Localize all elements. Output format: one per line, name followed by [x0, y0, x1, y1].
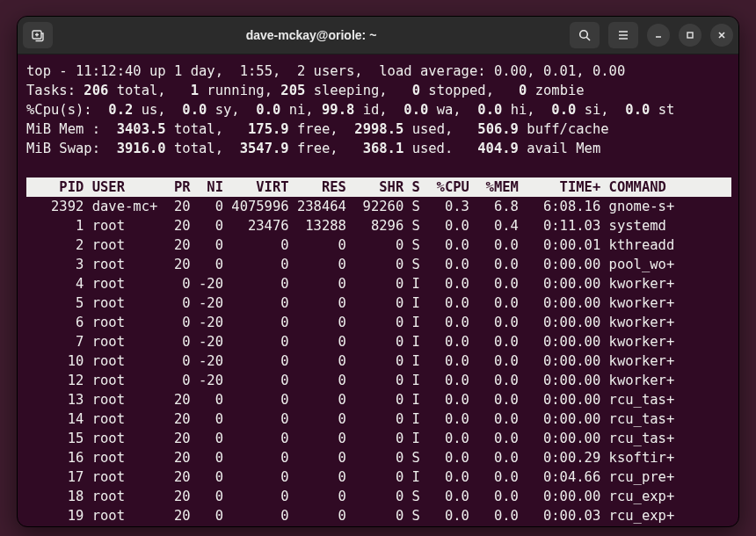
- top-summary-cpu: %Cpu(s): 0.2 us, 0.0 sy, 0.0 ni, 99.8 id…: [26, 100, 731, 120]
- process-row: 13 root 20 0 0 0 0 I 0.0 0.0 0:00.00 rcu…: [26, 390, 731, 409]
- close-button[interactable]: [710, 24, 733, 47]
- process-row: 18 root 20 0 0 0 0 S 0.0 0.0 0:00.00 rcu…: [26, 487, 731, 506]
- svg-rect-7: [687, 33, 693, 38]
- search-button[interactable]: [570, 22, 600, 48]
- maximize-icon: [685, 30, 695, 40]
- new-tab-icon: [31, 28, 45, 42]
- process-row: 1 root 20 0 23476 13288 8296 S 0.0 0.4 0…: [26, 216, 731, 235]
- minimize-icon: [653, 30, 664, 40]
- top-summary-tasks: Tasks: 206 total, 1 running, 205 sleepin…: [26, 81, 731, 100]
- svg-line-2: [586, 37, 590, 40]
- process-row: 19 root 20 0 0 0 0 S 0.0 0.0 0:00.03 rcu…: [26, 506, 731, 525]
- process-row: 7 root 0 -20 0 0 0 I 0.0 0.0 0:00.00 kwo…: [26, 332, 731, 351]
- process-row: 10 root 0 -20 0 0 0 I 0.0 0.0 0:00.00 kw…: [26, 351, 731, 371]
- process-table-body: 2392 dave-mc+ 20 0 4075996 238464 92260 …: [26, 197, 731, 525]
- process-row: 14 root 20 0 0 0 0 I 0.0 0.0 0:00.00 rcu…: [26, 409, 731, 429]
- top-summary-swap: MiB Swap: 3916.0 total, 3547.9 free, 368…: [26, 139, 731, 158]
- blank-line: [26, 158, 731, 177]
- new-tab-button[interactable]: [23, 22, 53, 48]
- close-icon: [716, 30, 727, 40]
- process-row: 15 root 20 0 0 0 0 I 0.0 0.0 0:00.00 rcu…: [26, 429, 731, 448]
- maximize-button[interactable]: [679, 24, 701, 47]
- hamburger-menu-button[interactable]: [608, 22, 638, 48]
- process-row: 3 root 20 0 0 0 0 S 0.0 0.0 0:00.00 pool…: [26, 255, 731, 274]
- minimize-button[interactable]: [647, 24, 670, 47]
- hamburger-icon: [616, 28, 630, 42]
- process-row: 6 root 0 -20 0 0 0 I 0.0 0.0 0:00.00 kwo…: [26, 313, 731, 332]
- top-summary-mem: MiB Mem : 3403.5 total, 175.9 free, 2998…: [26, 120, 731, 139]
- svg-point-1: [580, 31, 588, 39]
- process-row: 2 root 20 0 0 0 0 S 0.0 0.0 0:00.01 kthr…: [26, 235, 731, 255]
- process-row: 17 root 20 0 0 0 0 I 0.0 0.0 0:04.66 rcu…: [26, 467, 731, 487]
- process-row: 4 root 0 -20 0 0 0 I 0.0 0.0 0:00.00 kwo…: [26, 274, 731, 293]
- titlebar: dave-mckay@oriole: ~: [18, 17, 738, 54]
- terminal-window: dave-mckay@oriole: ~: [17, 16, 739, 527]
- top-summary-line-1: top - 11:12:40 up 1 day, 1:55, 2 users, …: [26, 62, 731, 81]
- titlebar-right-cluster: [570, 22, 733, 48]
- process-row: 12 root 0 -20 0 0 0 I 0.0 0.0 0:00.00 kw…: [26, 371, 731, 390]
- window-title: dave-mckay@oriole: ~: [58, 28, 564, 42]
- process-row: 5 root 0 -20 0 0 0 I 0.0 0.0 0:00.00 kwo…: [26, 293, 731, 313]
- process-row: 2392 dave-mc+ 20 0 4075996 238464 92260 …: [26, 197, 731, 216]
- process-table-header: PID USER PR NI VIRT RES SHR S %CPU %MEM …: [26, 177, 731, 197]
- search-icon: [578, 28, 592, 42]
- process-row: 16 root 20 0 0 0 0 S 0.0 0.0 0:00.29 kso…: [26, 448, 731, 467]
- terminal-body[interactable]: top - 11:12:40 up 1 day, 1:55, 2 users, …: [18, 54, 738, 527]
